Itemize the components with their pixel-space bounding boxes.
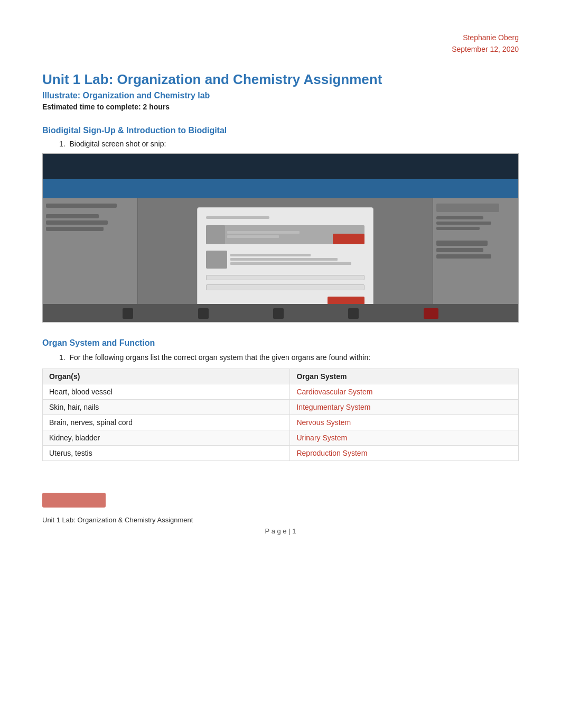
- organ-system-cell: Reproduction System: [290, 445, 519, 460]
- table-row: Heart, blood vesselCardiovascular System: [43, 384, 519, 399]
- table-row: Brain, nerves, spinal cordNervous System: [43, 414, 519, 430]
- list-item-1: 1. Biodigital screen shot or snip:: [59, 140, 519, 148]
- section1-title: Biodigital Sign-Up & Introduction to Bio…: [42, 126, 519, 135]
- organ-cell: Heart, blood vessel: [43, 384, 290, 399]
- col2-header: Organ System: [290, 368, 519, 384]
- subtitle: Illustrate: Organization and Chemistry l…: [42, 91, 519, 100]
- bottom-icon-2: [198, 308, 209, 319]
- organ-cell: Skin, hair, nails: [43, 399, 290, 414]
- table-row: Uterus, testisReproduction System: [43, 445, 519, 460]
- organ-table: Organ(s) Organ System Heart, blood vesse…: [42, 368, 519, 461]
- modal-submit-btn[interactable]: [328, 297, 364, 305]
- left-item: [46, 227, 104, 231]
- col1-header: Organ(s): [43, 368, 290, 384]
- modal-input-1[interactable]: [206, 275, 365, 280]
- section-organ-system: Organ System and Function 1. For the fol…: [42, 338, 519, 461]
- student-name: Stephanie Oberg: [42, 32, 519, 43]
- date: September 12, 2020: [42, 43, 519, 55]
- instruction-text: 1. For the following organs list the cor…: [59, 352, 519, 363]
- footer-logo: [42, 493, 106, 508]
- screenshot-modal: [197, 207, 374, 314]
- modal-sub-img: [206, 251, 227, 269]
- screenshot-body: [43, 198, 518, 322]
- modal-img: [206, 225, 225, 244]
- page: Stephanie Oberg September 12, 2020 Unit …: [0, 0, 561, 728]
- table-row: Skin, hair, nailsIntegumentary System: [43, 399, 519, 414]
- footer-doc-title: Unit 1 Lab: Organization & Chemistry Ass…: [42, 516, 519, 524]
- organ-system-cell: Nervous System: [290, 414, 519, 430]
- left-item: [46, 204, 117, 208]
- organ-system-cell: Urinary System: [290, 430, 519, 445]
- bottom-icon-1: [123, 308, 133, 319]
- table-header-row: Organ(s) Organ System: [43, 368, 519, 384]
- left-item: [46, 220, 108, 225]
- modal-input-2[interactable]: [206, 284, 365, 290]
- modal-title-line: [206, 216, 269, 218]
- screenshot-top-bar: [43, 154, 518, 179]
- organ-cell: Kidney, bladder: [43, 430, 290, 445]
- estimated-time: Estimated time to complete: 2 hours: [42, 103, 519, 111]
- screenshot-blue-bar: [43, 179, 518, 198]
- section2-title: Organ System and Function: [42, 338, 519, 348]
- section-biodigital: Biodigital Sign-Up & Introduction to Bio…: [42, 126, 519, 322]
- table-row: Kidney, bladderUrinary System: [43, 430, 519, 445]
- organ-system-cell: Integumentary System: [290, 399, 519, 414]
- bottom-icon-4: [348, 308, 359, 319]
- biodigital-screenshot: [42, 153, 519, 322]
- page-footer-section: Unit 1 Lab: Organization & Chemistry Ass…: [42, 493, 519, 535]
- modal-sub-text: [230, 254, 365, 265]
- bottom-icon-red: [424, 308, 438, 319]
- modal-image-block: [206, 225, 365, 244]
- modal-action-btn: [333, 234, 364, 244]
- main-title: Unit 1 Lab: Organization and Chemistry A…: [42, 71, 519, 88]
- header-info: Stephanie Oberg September 12, 2020: [42, 32, 519, 56]
- organ-cell: Brain, nerves, spinal cord: [43, 414, 290, 430]
- screenshot-bottom-bar: [43, 304, 518, 322]
- footer-page: P a g e | 1: [42, 527, 519, 535]
- organ-system-cell: Cardiovascular System: [290, 384, 519, 399]
- organ-cell: Uterus, testis: [43, 445, 290, 460]
- modal-sub-block: [206, 251, 365, 269]
- left-item: [46, 214, 99, 218]
- bottom-icon-3: [273, 308, 284, 319]
- modal-text-lines: [227, 231, 331, 238]
